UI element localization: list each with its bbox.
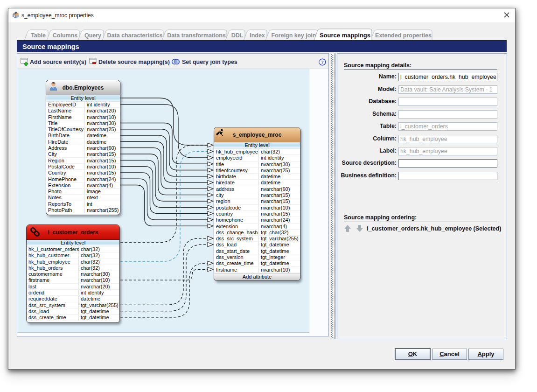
svg-text:?: ? bbox=[321, 59, 324, 65]
svg-text:Data characteristics: Data characteristics bbox=[107, 32, 163, 39]
svg-text:Source mappings: Source mappings bbox=[320, 32, 370, 39]
svg-text:Table: Table bbox=[31, 32, 46, 39]
svg-text:Index: Index bbox=[250, 32, 265, 39]
svg-text:Extended properties: Extended properties bbox=[375, 32, 432, 39]
svg-text:Columns: Columns bbox=[53, 32, 78, 39]
svg-text:Data transformations: Data transformations bbox=[167, 32, 226, 39]
svg-text:DDL: DDL bbox=[231, 32, 244, 39]
svg-text:Foreign key join: Foreign key join bbox=[272, 32, 316, 39]
svg-text:Query: Query bbox=[84, 32, 101, 39]
